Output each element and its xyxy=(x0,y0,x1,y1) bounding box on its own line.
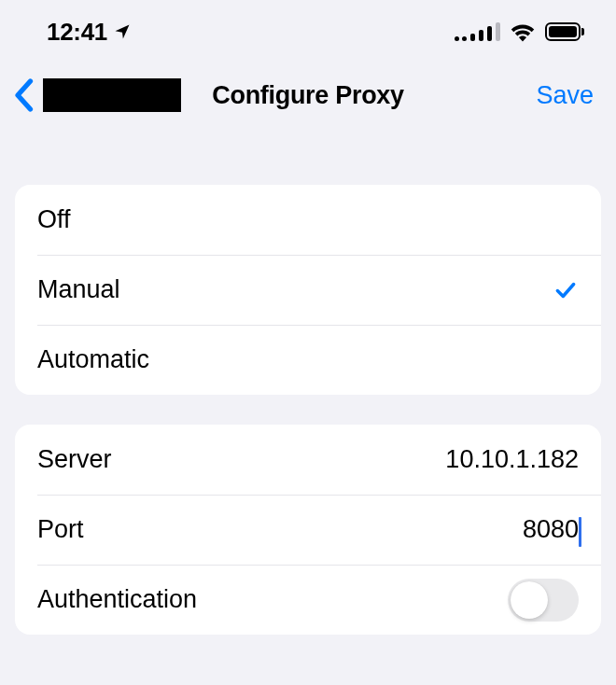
status-time: 12:41 xyxy=(47,18,107,47)
proxy-mode-off[interactable]: Off xyxy=(15,185,601,255)
status-bar-left: 12:41 xyxy=(47,18,132,47)
authentication-row: Authentication xyxy=(15,565,601,635)
checkmark-icon xyxy=(553,278,579,302)
nav-bar: Configure Proxy Save xyxy=(0,56,616,133)
chevron-left-icon xyxy=(13,78,34,112)
server-value xyxy=(131,445,579,474)
server-input[interactable] xyxy=(131,445,579,474)
port-input[interactable] xyxy=(103,515,579,544)
cellular-signal-icon xyxy=(455,22,500,41)
status-bar: 12:41 xyxy=(0,0,616,56)
battery-icon xyxy=(545,22,584,41)
proxy-mode-manual[interactable]: Manual xyxy=(15,255,601,325)
save-button[interactable]: Save xyxy=(536,81,594,110)
toggle-knob xyxy=(511,581,548,619)
wifi-icon xyxy=(510,21,536,42)
proxy-settings-group: Server Port Authentication xyxy=(15,425,601,635)
back-label-redacted xyxy=(43,78,181,112)
proxy-mode-automatic[interactable]: Automatic xyxy=(15,325,601,395)
authentication-label: Authentication xyxy=(37,585,197,614)
server-row[interactable]: Server xyxy=(15,425,601,495)
status-bar-right xyxy=(455,21,584,42)
port-row[interactable]: Port xyxy=(15,495,601,565)
port-label: Port xyxy=(37,515,84,544)
location-icon xyxy=(113,22,132,41)
server-label: Server xyxy=(37,445,112,474)
option-label: Off xyxy=(37,205,71,234)
option-label: Automatic xyxy=(37,345,149,374)
proxy-mode-group: Off Manual Automatic xyxy=(15,185,601,395)
option-label: Manual xyxy=(37,275,120,304)
authentication-toggle[interactable] xyxy=(508,579,579,622)
back-button[interactable] xyxy=(13,78,181,112)
port-value xyxy=(103,515,579,544)
page-title: Configure Proxy xyxy=(212,81,404,110)
content-area: Off Manual Automatic Server Port Authent… xyxy=(0,133,616,650)
